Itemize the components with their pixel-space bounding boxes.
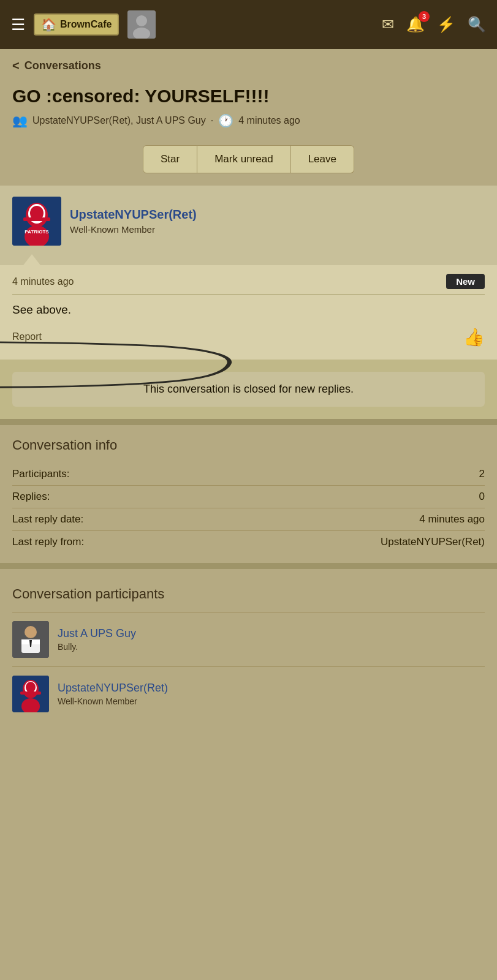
message-body: 4 minutes ago New See above. Report 👍 [0, 265, 497, 360]
last-reply-date-value: 4 minutes ago [419, 513, 485, 526]
message-actions-row: Report 👍 [12, 327, 485, 356]
svg-point-12 [25, 626, 37, 638]
info-row-replies: Replies: 0 [12, 486, 485, 508]
site-name: BrownCafe [60, 19, 112, 30]
participant-info-1: Just A UPS Guy Bully. [58, 627, 136, 652]
participants-value: 2 [479, 468, 485, 480]
thumbs-up-icon[interactable]: 👍 [463, 327, 485, 347]
closed-notice-text: This conversation is closed for new repl… [143, 383, 354, 395]
svg-rect-8 [23, 217, 50, 221]
app-header: ☰ 🏠 BrownCafe ✉ 🔔 3 ⚡ 🔍 [0, 0, 497, 49]
message-user-row: PATRIOTS UpstateNYUPSer(Ret) Well-Known … [0, 186, 497, 254]
svg-point-1 [136, 15, 147, 26]
participant-info-2: UpstateNYUPSer(Ret) Well-Known Member [58, 682, 168, 706]
header-icons: ✉ 🔔 3 ⚡ 🔍 [382, 16, 486, 33]
message-pointer [23, 254, 40, 265]
search-icon[interactable]: 🔍 [468, 16, 486, 33]
breadcrumb: < Conversations [0, 49, 497, 79]
meta-separator: · [211, 115, 213, 126]
closed-notice-wrapper: This conversation is closed for new repl… [0, 360, 497, 419]
svg-rect-21 [20, 692, 41, 695]
svg-point-19 [26, 682, 36, 693]
conv-info-title: Conversation info [12, 437, 485, 453]
conv-info-block: Participants: 2 Replies: 0 Last reply da… [0, 463, 497, 563]
replies-label: Replies: [12, 491, 50, 503]
message-timestamp: 4 minutes ago [12, 276, 74, 287]
conversation-info-section: Conversation info [0, 425, 497, 453]
user-avatar[interactable] [127, 10, 156, 39]
conversation-meta: 👥 UpstateNYUPSer(Ret), Just A UPS Guy · … [12, 113, 485, 128]
info-row-last-reply-from: Last reply from: UpstateNYUPSer(Ret) [12, 531, 485, 553]
section-divider-2 [0, 563, 497, 569]
mail-icon[interactable]: ✉ [382, 16, 394, 33]
message-user-info: UpstateNYUPSer(Ret) Well-Known Member [70, 208, 197, 235]
new-badge: New [446, 274, 485, 289]
site-logo[interactable]: 🏠 BrownCafe [34, 13, 119, 36]
participant-role-2: Well-Known Member [58, 696, 168, 706]
last-reply-from-label: Last reply from: [12, 536, 84, 548]
message-card: PATRIOTS UpstateNYUPSer(Ret) Well-Known … [0, 186, 497, 360]
conversation-header: GO :censored: YOURSELF!!!! 👥 UpstateNYUP… [0, 79, 497, 138]
participant-avatar-1[interactable] [12, 621, 49, 658]
message-divider [12, 294, 485, 295]
breadcrumb-label: Conversations [25, 59, 101, 72]
leave-button[interactable]: Leave [291, 145, 354, 173]
message-avatar[interactable]: PATRIOTS [12, 197, 61, 246]
report-link[interactable]: Report [12, 331, 42, 342]
last-reply-from-value: UpstateNYUPSer(Ret) [381, 536, 485, 548]
bell-icon[interactable]: 🔔 3 [406, 16, 425, 33]
notification-badge: 3 [419, 11, 430, 22]
conversation-title: GO :censored: YOURSELF!!!! [12, 85, 485, 107]
svg-text:PATRIOTS: PATRIOTS [25, 229, 49, 235]
participants-icon: 👥 [12, 113, 28, 128]
participant-avatar-2[interactable] [12, 676, 49, 712]
message-username[interactable]: UpstateNYUPSer(Ret) [70, 208, 197, 222]
closed-notice: This conversation is closed for new repl… [12, 372, 485, 407]
lightning-icon[interactable]: ⚡ [437, 16, 455, 33]
participant-role-1: Bully. [58, 642, 136, 652]
participant-row-2: UpstateNYUPSer(Ret) Well-Known Member [12, 666, 485, 721]
participants-label: Participants: [12, 468, 70, 480]
participants-section-title: Conversation participants [12, 586, 485, 602]
mark-unread-button[interactable]: Mark unread [197, 145, 290, 173]
hamburger-menu-icon[interactable]: ☰ [11, 17, 25, 32]
info-row-participants: Participants: 2 [12, 463, 485, 486]
clock-icon: 🕐 [218, 113, 233, 128]
message-user-role: Well-Known Member [70, 224, 197, 235]
action-buttons: Star Mark unread Leave [0, 138, 497, 186]
participant-name-2[interactable]: UpstateNYUPSer(Ret) [58, 682, 168, 695]
info-row-last-reply-date: Last reply date: 4 minutes ago [12, 508, 485, 531]
message-text: See above. [12, 302, 485, 318]
conversation-participants: UpstateNYUPSer(Ret), Just A UPS Guy [32, 115, 206, 126]
conversation-time: 4 minutes ago [238, 115, 300, 126]
message-timestamp-row: 4 minutes ago New [12, 274, 485, 289]
participant-name-1[interactable]: Just A UPS Guy [58, 627, 136, 640]
participants-section: Conversation participants Just A UPS Guy… [0, 574, 497, 721]
logo-icon: 🏠 [41, 17, 56, 32]
section-divider [0, 419, 497, 425]
last-reply-date-label: Last reply date: [12, 513, 83, 526]
back-button[interactable]: < [12, 59, 20, 73]
participant-row-1: Just A UPS Guy Bully. [12, 612, 485, 666]
replies-value: 0 [479, 491, 485, 503]
star-button[interactable]: Star [143, 145, 197, 173]
